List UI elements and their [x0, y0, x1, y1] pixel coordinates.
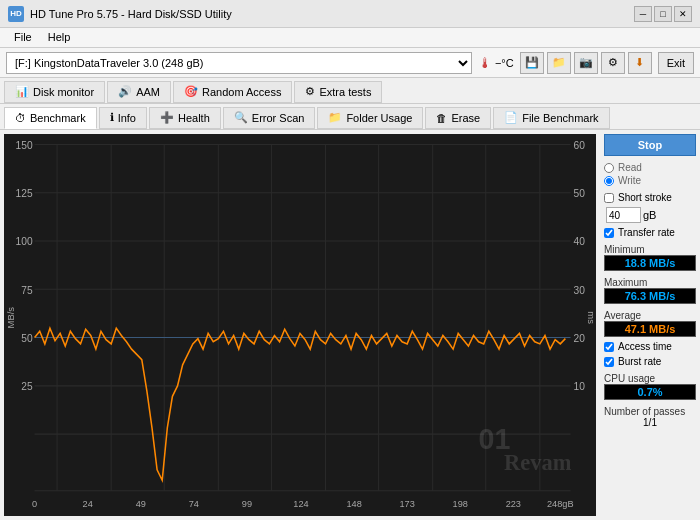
svg-text:24: 24: [83, 498, 93, 508]
menu-bar: File Help: [0, 28, 700, 48]
menu-file[interactable]: File: [6, 30, 40, 45]
tab-disk-monitor[interactable]: 📊 Disk monitor: [4, 81, 105, 103]
svg-text:01: 01: [479, 422, 511, 454]
tab-health[interactable]: ➕ Health: [149, 107, 221, 129]
benchmark-icon: ⏱: [15, 112, 26, 124]
download-icon[interactable]: ⬇: [628, 52, 652, 74]
stop-button[interactable]: Stop: [604, 134, 696, 156]
toolbar-icons: 💾 📁 📷 ⚙ ⬇: [520, 52, 652, 74]
tab-extra-tests[interactable]: ⚙ Extra tests: [294, 81, 382, 103]
write-radio[interactable]: [604, 176, 614, 186]
svg-text:0: 0: [32, 498, 37, 508]
maximum-value: 76.3 MB/s: [604, 288, 696, 304]
drive-bar: [F:] KingstonDataTraveler 3.0 (248 gB) 🌡…: [0, 48, 700, 78]
svg-text:60: 60: [574, 140, 586, 151]
svg-text:198: 198: [453, 498, 468, 508]
short-stroke-value-row[interactable]: gB: [606, 207, 696, 223]
title-bar: HD HD Tune Pro 5.75 - Hard Disk/SSD Util…: [0, 0, 700, 28]
access-time-label: Access time: [618, 341, 672, 352]
burst-rate-checkbox[interactable]: [604, 357, 614, 367]
access-time-checkbox[interactable]: [604, 342, 614, 352]
svg-text:248gB: 248gB: [547, 498, 574, 508]
temperature-value: −°C: [495, 57, 514, 69]
folder-usage-icon: 📁: [328, 111, 342, 124]
average-value: 47.1 MB/s: [604, 321, 696, 337]
short-stroke-input[interactable]: [606, 207, 641, 223]
transfer-rate-checkbox[interactable]: [604, 228, 614, 238]
exit-button[interactable]: Exit: [658, 52, 694, 74]
svg-text:99: 99: [242, 498, 252, 508]
transfer-rate-label: Transfer rate: [618, 227, 675, 238]
drive-select[interactable]: [F:] KingstonDataTraveler 3.0 (248 gB): [6, 52, 472, 74]
svg-text:10: 10: [574, 381, 586, 392]
tab-benchmark[interactable]: ⏱ Benchmark: [4, 107, 97, 129]
short-stroke-label: Short stroke: [618, 192, 672, 203]
svg-text:49: 49: [136, 498, 146, 508]
camera-icon[interactable]: 📷: [574, 52, 598, 74]
burst-rate-label: Burst rate: [618, 356, 661, 367]
info-icon: ℹ: [110, 111, 114, 124]
short-stroke-row[interactable]: Short stroke: [604, 192, 696, 203]
tab-file-benchmark[interactable]: 📄 File Benchmark: [493, 107, 609, 129]
svg-text:124: 124: [293, 498, 308, 508]
svg-text:100: 100: [16, 236, 33, 247]
tab-erase[interactable]: 🗑 Erase: [425, 107, 491, 129]
svg-text:50: 50: [21, 333, 33, 344]
benchmark-chart: 150 125 100 75 50 25 MB/s 60 50 40 30 20…: [4, 134, 596, 516]
minimize-button[interactable]: ─: [634, 6, 652, 22]
svg-text:74: 74: [189, 498, 199, 508]
short-stroke-checkbox[interactable]: [604, 193, 614, 203]
svg-text:150: 150: [16, 140, 33, 151]
extra-tests-icon: ⚙: [305, 85, 315, 98]
file-benchmark-icon: 📄: [504, 111, 518, 124]
average-label: Average: [604, 310, 696, 321]
tab-error-scan[interactable]: 🔍 Error Scan: [223, 107, 316, 129]
maximum-label: Maximum: [604, 277, 696, 288]
svg-text:173: 173: [400, 498, 415, 508]
error-scan-icon: 🔍: [234, 111, 248, 124]
read-radio[interactable]: [604, 163, 614, 173]
window-controls[interactable]: ─ □ ✕: [634, 6, 692, 22]
right-panel: Stop Read Write Short stroke gB Transfer…: [600, 130, 700, 520]
svg-text:223: 223: [506, 498, 521, 508]
close-button[interactable]: ✕: [674, 6, 692, 22]
svg-text:20: 20: [574, 333, 586, 344]
minimum-section: Minimum 18.8 MB/s: [604, 242, 696, 271]
menu-help[interactable]: Help: [40, 30, 79, 45]
disk-monitor-icon: 📊: [15, 85, 29, 98]
svg-text:ms: ms: [586, 311, 596, 324]
tab-folder-usage[interactable]: 📁 Folder Usage: [317, 107, 423, 129]
thermometer-icon: 🌡: [478, 55, 492, 71]
svg-text:40: 40: [574, 236, 586, 247]
read-radio-row[interactable]: Read: [604, 162, 696, 173]
app-icon: HD: [8, 6, 24, 22]
passes-label: Number of passes: [604, 406, 696, 417]
save-icon[interactable]: 💾: [520, 52, 544, 74]
title-bar-left: HD HD Tune Pro 5.75 - Hard Disk/SSD Util…: [8, 6, 232, 22]
settings-icon[interactable]: ⚙: [601, 52, 625, 74]
maximize-button[interactable]: □: [654, 6, 672, 22]
transfer-rate-row[interactable]: Transfer rate: [604, 227, 696, 238]
cpu-usage-label: CPU usage: [604, 373, 696, 384]
aam-icon: 🔊: [118, 85, 132, 98]
folder-icon[interactable]: 📁: [547, 52, 571, 74]
short-stroke-unit: gB: [643, 209, 656, 221]
maximum-section: Maximum 76.3 MB/s: [604, 275, 696, 304]
tab-info[interactable]: ℹ Info: [99, 107, 147, 129]
svg-text:75: 75: [21, 284, 33, 295]
main-content: 150 125 100 75 50 25 MB/s 60 50 40 30 20…: [0, 130, 700, 520]
access-time-row[interactable]: Access time: [604, 341, 696, 352]
cpu-usage-section: CPU usage 0.7%: [604, 371, 696, 400]
random-access-icon: 🎯: [184, 85, 198, 98]
tab-random-access[interactable]: 🎯 Random Access: [173, 81, 292, 103]
top-tab-bar: 📊 Disk monitor 🔊 AAM 🎯 Random Access ⚙ E…: [0, 78, 700, 104]
passes-section: Number of passes 1/1: [604, 404, 696, 428]
burst-rate-row[interactable]: Burst rate: [604, 356, 696, 367]
tab-aam[interactable]: 🔊 AAM: [107, 81, 171, 103]
write-radio-row[interactable]: Write: [604, 175, 696, 186]
minimum-value: 18.8 MB/s: [604, 255, 696, 271]
read-label: Read: [618, 162, 642, 173]
temperature-display: 🌡 −°C: [478, 55, 514, 71]
minimum-label: Minimum: [604, 244, 696, 255]
svg-text:125: 125: [16, 188, 33, 199]
